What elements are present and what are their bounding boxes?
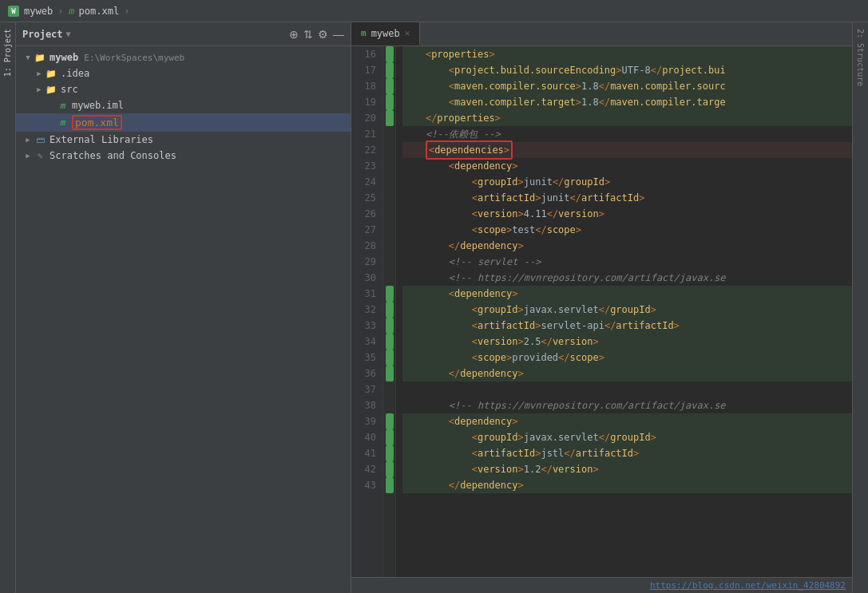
code-line-18: <maven.compiler.source>1.8</maven.compil… <box>402 78 852 94</box>
left-vtab: 1: Project <box>0 22 16 593</box>
code-line-23: <dependency> <box>402 158 852 174</box>
app-icon: W <box>8 6 19 17</box>
sidebar-header: Project ▼ ⊕ ⇅ ⚙ — <box>16 22 351 46</box>
gutter-36 <box>386 366 394 381</box>
structure-vtab[interactable]: 2: Structure <box>854 22 866 93</box>
folder-icon-src: 📁 <box>45 83 57 96</box>
gutter-41 <box>386 445 394 461</box>
tree-item-pom-xml[interactable]: ▶ m pom.xml <box>16 113 351 132</box>
watermark-link[interactable]: https://blog.csdn.net/weixin_42804892 <box>650 580 846 591</box>
gutter-20 <box>386 110 394 126</box>
code-line-21: <!--依赖包 --> <box>402 126 852 142</box>
ln-28: 28 <box>358 238 376 254</box>
file-name: pom.xml <box>79 6 120 17</box>
editor-tab-myweb[interactable]: m myweb ✕ <box>351 22 420 45</box>
gutter-30 <box>386 270 394 286</box>
gutter-18 <box>386 78 394 94</box>
code-line-28: </dependency> <box>402 238 852 254</box>
ln-26: 26 <box>358 206 376 222</box>
tab-file-icon: m <box>361 28 367 38</box>
settings-button[interactable]: ⚙ <box>318 28 328 41</box>
sidebar-title: Project ▼ <box>22 29 71 40</box>
gutter-22 <box>386 142 394 158</box>
gutter-21 <box>386 126 394 142</box>
code-line-19: <maven.compiler.target>1.8</maven.compil… <box>402 94 852 110</box>
editor-panel: m myweb ✕ 16 17 18 19 20 21 22 23 24 25 … <box>351 22 852 593</box>
ln-30: 30 <box>358 270 376 286</box>
tree-item-external-libs[interactable]: ▶ 🗃 External Libraries <box>16 132 351 148</box>
ln-41: 41 <box>358 445 376 461</box>
editor-area[interactable]: 16 17 18 19 20 21 22 23 24 25 26 27 28 2… <box>351 46 852 577</box>
code-line-33: <artifactId>servlet-api</artifactId> <box>402 318 852 334</box>
gutter-24 <box>386 174 394 190</box>
tree-item-src[interactable]: ▶ 📁 src <box>16 81 351 97</box>
collapse-button[interactable]: ⇅ <box>303 28 313 41</box>
gutter-37 <box>386 381 394 397</box>
project-vtab[interactable]: 1: Project <box>2 22 14 83</box>
editor-tab-bar: m myweb ✕ <box>351 22 852 46</box>
ln-40: 40 <box>358 429 376 445</box>
ln-21: 21 <box>358 126 376 142</box>
gutter-43 <box>386 477 394 493</box>
code-line-20: </properties> <box>402 110 852 126</box>
gutter-39 <box>386 413 394 429</box>
gutter-40 <box>386 429 394 445</box>
ln-37: 37 <box>358 381 376 397</box>
sidebar-dropdown-arrow: ▼ <box>66 30 71 38</box>
gutter-19 <box>386 94 394 110</box>
ln-19: 19 <box>358 94 376 110</box>
tree-item-scratches[interactable]: ▶ ✎ Scratches and Consoles <box>16 148 351 164</box>
gutter-38 <box>386 397 394 413</box>
tree-arrow-scratches: ▶ <box>22 150 34 161</box>
tree-arrow-extlib: ▶ <box>22 134 34 145</box>
tab-label: myweb <box>371 28 400 39</box>
hide-button[interactable]: — <box>333 28 344 41</box>
ln-20: 20 <box>358 110 376 126</box>
ln-29: 29 <box>358 254 376 270</box>
ln-35: 35 <box>358 350 376 366</box>
code-line-41: <artifactId>jstl</artifactId> <box>402 445 852 461</box>
ln-27: 27 <box>358 222 376 238</box>
code-content[interactable]: <properties> <project.build.sourceEncodi… <box>396 46 852 577</box>
sidebar-title-text: Project <box>22 29 63 40</box>
project-title: myweb <box>24 6 53 17</box>
tree-arrow-pom: ▶ <box>45 117 56 128</box>
gutter-29 <box>386 254 394 270</box>
ln-36: 36 <box>358 366 376 381</box>
code-line-27: <scope>test</scope> <box>402 222 852 238</box>
tree-label-scratches: Scratches and Consoles <box>50 150 176 161</box>
ln-38: 38 <box>358 397 376 413</box>
code-line-26: <version>4.11</version> <box>402 206 852 222</box>
code-line-38: <!-- https://mvnrepository.com/artifact/… <box>402 397 852 413</box>
ln-39: 39 <box>358 413 376 429</box>
code-line-35: <scope>provided</scope> <box>402 350 852 366</box>
tree-item-myweb-iml[interactable]: ▶ m myweb.iml <box>16 97 351 113</box>
folder-icon-myweb: 📁 <box>34 51 46 64</box>
scratches-icon: ✎ <box>34 149 46 162</box>
code-line-22: <dependencies> <box>402 142 852 158</box>
code-line-24: <groupId>junit</groupId> <box>402 174 852 190</box>
tree-label-myweb: myweb E:\WorkSpaces\myweb <box>50 52 184 63</box>
right-vtab: 2: Structure <box>852 22 868 593</box>
gutter-27 <box>386 222 394 238</box>
gutter-31 <box>386 286 394 302</box>
code-line-32: <groupId>javax.servlet</groupId> <box>402 302 852 318</box>
tree-item-myweb[interactable]: ▼ 📁 myweb E:\WorkSpaces\myweb <box>16 49 351 65</box>
line-numbers: 16 17 18 19 20 21 22 23 24 25 26 27 28 2… <box>351 46 383 577</box>
project-tree: ▼ 📁 myweb E:\WorkSpaces\myweb ▶ 📁 .idea … <box>16 46 351 593</box>
code-line-17: <project.build.sourceEncoding>UTF-8</pro… <box>402 62 852 78</box>
code-line-37 <box>402 381 852 397</box>
title-bar: W myweb › m pom.xml › <box>0 0 868 22</box>
tab-close-button[interactable]: ✕ <box>405 28 410 38</box>
gutter-42 <box>386 461 394 477</box>
gutter-23 <box>386 158 394 174</box>
tree-item-idea[interactable]: ▶ 📁 .idea <box>16 65 351 81</box>
gutter-32 <box>386 302 394 318</box>
locate-button[interactable]: ⊕ <box>289 28 299 41</box>
gutter-25 <box>386 190 394 206</box>
main-layout: 1: Project Project ▼ ⊕ ⇅ ⚙ — ▼ 📁 myweb <box>0 22 868 593</box>
gutter-35 <box>386 350 394 366</box>
code-line-31: <dependency> <box>402 286 852 302</box>
tree-label-pom: pom.xml <box>72 115 122 130</box>
code-line-40: <groupId>javax.servlet</groupId> <box>402 429 852 445</box>
